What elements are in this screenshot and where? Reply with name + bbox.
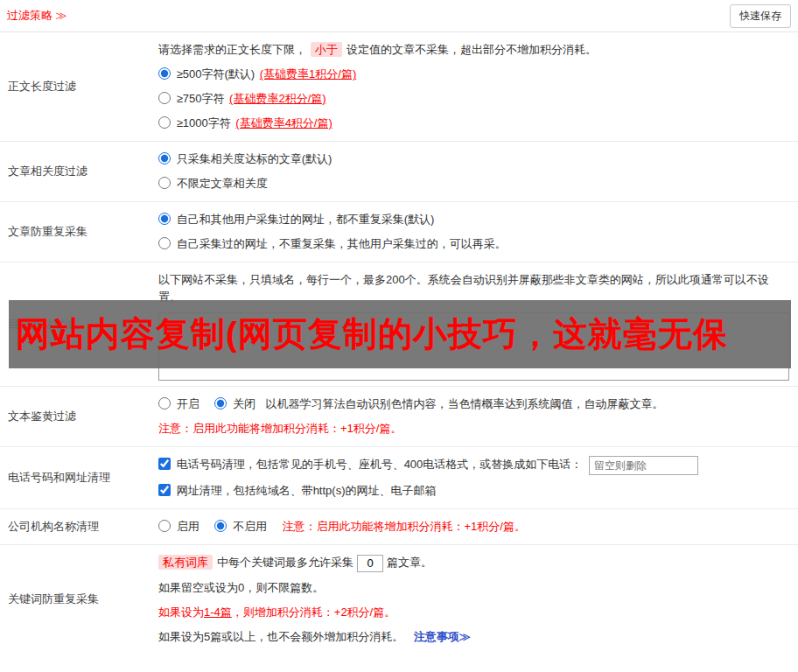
keyword-limit-mid: 中每个关键词最多允许采集 bbox=[217, 556, 354, 569]
radio-dedup-self-label: 自己采集过的网址，不重复采集，其他用户采集过的，可以再采。 bbox=[177, 237, 507, 250]
radio-company-on-label: 启用 bbox=[177, 520, 200, 533]
section-keyword-dedup: 关键词防重复采集 私有词库中每个关键词最多允许采集篇文章。 如果留空或设为0，则… bbox=[0, 545, 798, 654]
notes-link[interactable]: 注意事项≫ bbox=[414, 630, 471, 643]
radio-dedup-global-label: 自己和其他用户采集过的网址，都不重复采集(默认) bbox=[177, 213, 435, 226]
keyword-note-cost: 如果设为1-4篇，则增加积分消耗：+2积分/篇。 bbox=[158, 600, 789, 625]
highlight-less-than: 小于 bbox=[311, 42, 342, 57]
radio-porn-on-input[interactable] bbox=[158, 397, 171, 410]
radio-dedup-self[interactable]: 自己采集过的网址，不重复采集，其他用户采集过的，可以再采。 bbox=[158, 232, 789, 256]
radio-company-off-label: 不启用 bbox=[233, 520, 267, 533]
checkbox-phone-clean-label: 电话号码清理，包括常见的手机号、座机号、400电话格式，或替换成如下电话： bbox=[177, 458, 583, 471]
checkbox-url-clean[interactable]: 网址清理，包括纯域名、带http(s)的网址、电子邮箱 bbox=[158, 479, 789, 503]
radio-porn-on[interactable]: 开启 bbox=[158, 397, 202, 410]
keyword-note-zero: 如果留空或设为0，则不限篇数。 bbox=[158, 576, 789, 600]
radio-company-on[interactable]: 启用 bbox=[158, 520, 202, 533]
section-dedup-filter: 文章防重复采集 自己和其他用户采集过的网址，都不重复采集(默认) 自己采集过的网… bbox=[0, 202, 798, 262]
quick-save-button[interactable]: 快速保存 bbox=[730, 4, 791, 28]
radio-option-500[interactable]: ≥500字符(默认) (基础费率1积分/篇) bbox=[158, 62, 789, 87]
topbar: 过滤策略 ≫ 快速保存 bbox=[0, 0, 798, 32]
radio-750-input[interactable] bbox=[158, 92, 171, 104]
radio-porn-off-label: 关闭 bbox=[233, 397, 256, 410]
porn-filter-note: 注意：启用此功能将增加积分消耗：+1积分/篇。 bbox=[158, 416, 789, 441]
radio-relevance-any-input[interactable] bbox=[158, 177, 171, 189]
row-label-company-clean: 公司机构名称清理 bbox=[0, 509, 153, 544]
radio-relevance-strict-input[interactable] bbox=[158, 152, 171, 164]
radio-dedup-global[interactable]: 自己和其他用户采集过的网址，都不重复采集(默认) bbox=[158, 207, 789, 232]
section-company-clean: 公司机构名称清理 启用 不启用 注意：启用此功能将增加积分消耗：+1积分/篇。 bbox=[0, 509, 798, 545]
row-label-body-length: 正文长度过滤 bbox=[0, 32, 153, 141]
radio-relevance-any-label: 不限定文章相关度 bbox=[177, 177, 268, 190]
checkbox-phone-clean-input[interactable] bbox=[158, 458, 171, 470]
replacement-phone-input[interactable] bbox=[589, 456, 698, 475]
radio-company-on-input[interactable] bbox=[158, 520, 171, 532]
keyword-limit-post: 篇文章。 bbox=[387, 556, 432, 569]
keyword-limit-line: 私有词库中每个关键词最多允许采集篇文章。 bbox=[158, 550, 789, 576]
radio-porn-off[interactable]: 关闭 bbox=[214, 397, 258, 410]
page-title[interactable]: 过滤策略 ≫ bbox=[7, 8, 67, 24]
radio-company-off[interactable]: 不启用 bbox=[214, 520, 270, 533]
intro-text-pre: 请选择需求的正文长度下限， bbox=[158, 43, 306, 56]
checkbox-url-clean-label: 网址清理，包括纯域名、带http(s)的网址、电子邮箱 bbox=[177, 484, 437, 497]
row-label-porn-filter: 文本鉴黄过滤 bbox=[0, 387, 153, 446]
checkbox-url-clean-input[interactable] bbox=[158, 484, 171, 496]
radio-option-1000[interactable]: ≥1000字符 (基础费率4积分/篇) bbox=[158, 111, 789, 136]
radio-750-fee: (基础费率2积分/篇) bbox=[229, 92, 326, 105]
row-label-dedup: 文章防重复采集 bbox=[0, 202, 153, 262]
radio-relevance-strict-label: 只采集相关度达标的文章(默认) bbox=[177, 152, 332, 165]
radio-relevance-any[interactable]: 不限定文章相关度 bbox=[158, 172, 789, 196]
row-label-phone-url: 电话号码和网址清理 bbox=[0, 447, 153, 508]
radio-500-input[interactable] bbox=[158, 67, 171, 80]
section-body-length-filter: 正文长度过滤 请选择需求的正文长度下限，小于设定值的文章不采集，超出部分不增加积… bbox=[0, 32, 798, 142]
checkbox-phone-clean[interactable]: 电话号码清理，包括常见的手机号、座机号、400电话格式，或替换成如下电话： bbox=[158, 458, 585, 471]
section-porn-filter: 文本鉴黄过滤 开启 关闭 以机器学习算法自动识别色情内容，当色情概率达到系统阈值… bbox=[0, 387, 798, 447]
radio-1000-label: ≥1000字符 bbox=[177, 116, 231, 130]
radio-500-fee: (基础费率1积分/篇) bbox=[260, 67, 357, 80]
row-label-keyword-dedup: 关键词防重复采集 bbox=[0, 545, 153, 654]
company-clean-note: 注意：启用此功能将增加积分消耗：+1积分/篇。 bbox=[283, 520, 526, 533]
watermark-text: 网站内容复制(网页复制的小技巧，这就毫无保 bbox=[9, 311, 728, 358]
radio-1000-fee: (基础费率4积分/篇) bbox=[235, 116, 332, 130]
radio-dedup-self-input[interactable] bbox=[158, 237, 171, 249]
keyword-limit-input[interactable] bbox=[357, 555, 383, 572]
radio-dedup-global-input[interactable] bbox=[158, 213, 171, 225]
radio-porn-off-input[interactable] bbox=[214, 397, 227, 410]
radio-500-label: ≥500字符(默认) bbox=[177, 67, 255, 80]
section-relevance-filter: 文章相关度过滤 只采集相关度达标的文章(默认) 不限定文章相关度 bbox=[0, 142, 798, 202]
body-length-intro: 请选择需求的正文长度下限，小于设定值的文章不采集，超出部分不增加积分消耗。 bbox=[158, 38, 789, 62]
radio-750-label: ≥750字符 bbox=[177, 92, 225, 105]
watermark-overlay: 网站内容复制(网页复制的小技巧，这就毫无保 bbox=[9, 300, 791, 368]
radio-company-off-input[interactable] bbox=[214, 520, 227, 532]
highlight-private-thesaurus: 私有词库 bbox=[158, 555, 213, 570]
intro-text-post: 设定值的文章不采集，超出部分不增加积分消耗。 bbox=[346, 43, 597, 56]
radio-1000-input[interactable] bbox=[158, 116, 171, 129]
radio-relevance-strict[interactable]: 只采集相关度达标的文章(默认) bbox=[158, 147, 789, 172]
row-label-relevance: 文章相关度过滤 bbox=[0, 142, 153, 201]
section-phone-url-clean: 电话号码和网址清理 电话号码清理，包括常见的手机号、座机号、400电话格式，或替… bbox=[0, 447, 798, 509]
keyword-note-five: 如果设为5篇或以上，也不会额外增加积分消耗。 注意事项≫ bbox=[158, 625, 789, 649]
radio-porn-on-label: 开启 bbox=[177, 397, 200, 410]
porn-filter-desc: 以机器学习算法自动识别色情内容，当色情概率达到系统阈值，自动屏蔽文章。 bbox=[266, 397, 664, 410]
radio-option-750[interactable]: ≥750字符 (基础费率2积分/篇) bbox=[158, 87, 789, 111]
